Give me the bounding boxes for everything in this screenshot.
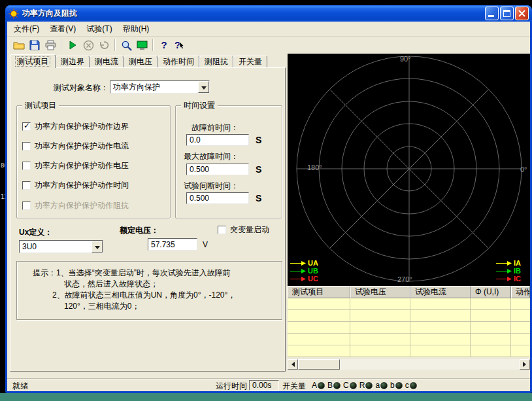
open-button[interactable]	[11, 38, 27, 52]
tab-current[interactable]: 测电流	[90, 56, 124, 67]
checkbox-label: 功率方向保护保护动作阻抗	[35, 200, 129, 211]
results-table-body	[288, 298, 530, 357]
switch-letter: A	[312, 381, 317, 390]
stop-test-button[interactable]	[80, 38, 96, 52]
print-button[interactable]	[42, 38, 58, 52]
run-test-button[interactable]	[65, 38, 80, 52]
column-header-test-current[interactable]: 试验电流	[410, 286, 471, 298]
test-object-value: 功率方向保护	[110, 81, 198, 93]
undo-button[interactable]	[96, 38, 112, 52]
scrollbar-track[interactable]	[298, 359, 520, 370]
tab-boundary[interactable]: 测边界	[56, 56, 90, 67]
checkbox-action-impedance	[22, 201, 31, 210]
table-column	[410, 298, 471, 357]
checkbox-action-boundary[interactable]: ✓	[22, 122, 31, 131]
maximize-button[interactable]	[500, 7, 514, 20]
max-fault-time-input[interactable]	[186, 164, 249, 175]
vector-label: IB	[514, 267, 521, 275]
hint-line: 2、故障前状态三相电压值为UN，角度为0°，-120°，	[17, 290, 282, 301]
hint-line: 120°，三相电流为0；	[17, 301, 282, 312]
tab-voltage[interactable]: 测电压	[124, 56, 158, 67]
column-header-action[interactable]: 动作量	[511, 286, 530, 298]
time-settings-group: 时间设置 故障前时间： S 最大故障时间： S 试验间断时间： S	[175, 105, 282, 218]
test-interval-input[interactable]	[186, 192, 249, 204]
horizontal-scrollbar[interactable]	[288, 359, 530, 370]
tab-label: 动作时间	[163, 57, 194, 66]
main-content: 测试项目 测边界 测电流 测电压 动作时间 测阻抗 开关量 测试对象名称： 功率…	[7, 54, 530, 378]
scroll-right-button[interactable]	[520, 359, 530, 370]
column-header-test-voltage[interactable]: 试验电压	[350, 286, 410, 298]
close-button[interactable]	[515, 7, 529, 20]
tab-test-items[interactable]: 测试项目	[10, 54, 56, 68]
tab-impedance[interactable]: 测阻抗	[199, 56, 233, 67]
runtime-value: 0.00s	[249, 380, 279, 391]
minimize-button[interactable]	[485, 7, 499, 20]
column-header-phi[interactable]: Φ (U,I)	[471, 286, 511, 298]
switch-letter: b	[390, 381, 395, 390]
stop-icon	[83, 40, 94, 51]
test-interval-label: 试验间断时间：	[176, 181, 239, 192]
checkbox-row: 功率方向保护保护动作阻抗	[22, 201, 129, 211]
vector-ia: IA	[496, 259, 521, 267]
vector-label: IC	[514, 275, 521, 283]
checkbox-row: 功率方向保护保护动作电压	[22, 161, 129, 171]
monitor-icon	[137, 41, 148, 50]
menu-help[interactable]: 帮助(H)	[118, 22, 155, 37]
led-icon	[365, 382, 373, 389]
data-display-button[interactable]	[134, 38, 150, 52]
zoom-button[interactable]	[118, 38, 134, 52]
sudden-change-checkbox[interactable]	[218, 226, 226, 234]
scroll-left-button[interactable]	[288, 359, 298, 370]
tab-label: 测试项目	[16, 57, 50, 66]
test-object-label: 测试对象名称：	[54, 82, 108, 94]
folder-open-icon	[13, 40, 25, 50]
chevron-down-icon	[95, 246, 100, 252]
test-object-select[interactable]: 功率方向保护	[110, 80, 210, 94]
voltage-vector-legend: UA UB UC	[290, 259, 318, 283]
left-arrow-icon	[289, 362, 295, 367]
desktop-strip	[0, 393, 532, 401]
runtime-label: 运行时间	[216, 381, 247, 392]
checkbox-action-voltage[interactable]	[22, 162, 31, 170]
status-bar: 就绪 运行时间 0.00s 开关量 A B C R a b c	[7, 378, 530, 391]
ux-definition-select[interactable]: 3U0	[19, 240, 103, 253]
context-help-button[interactable]: ?	[172, 38, 188, 52]
dropdown-button[interactable]	[198, 81, 209, 93]
tab-switch-quantity[interactable]: 开关量	[233, 56, 267, 67]
scrollbar-thumb[interactable]	[298, 359, 340, 370]
tab-label: 测边界	[61, 57, 84, 66]
vector-label: UC	[308, 275, 318, 283]
menu-view[interactable]: 查看(V)	[44, 22, 81, 37]
toolbar: ? ?	[7, 36, 530, 54]
help-button[interactable]: ?	[156, 38, 172, 52]
results-table-header: 测试项目 试验电压 试验电流 Φ (U,I) 动作量	[288, 286, 530, 298]
menu-test[interactable]: 试验(T)	[81, 22, 117, 37]
checkbox-action-current[interactable]	[22, 142, 31, 150]
check-icon: ✓	[24, 121, 30, 130]
switch-indicator-R: R	[359, 381, 373, 390]
prefault-time-input[interactable]	[186, 134, 249, 146]
rated-voltage-input[interactable]	[148, 238, 197, 251]
hint-line: 提示：1、当选择“突变量启动”时，每次试验先进入故障前	[17, 268, 282, 279]
title-bar[interactable]: 功率方向及阻抗	[5, 5, 532, 22]
save-button[interactable]	[27, 38, 42, 52]
switch-indicator-a: a	[375, 381, 388, 390]
table-column	[511, 298, 530, 357]
table-column	[350, 298, 410, 357]
magnifier-icon	[121, 40, 132, 51]
group-title: 测试项目	[22, 101, 59, 110]
menu-file[interactable]: 文件(F)	[8, 22, 44, 37]
prefault-time-label: 故障前时间：	[176, 122, 239, 133]
app-window: 功率方向及阻抗 文件(F) 查看(V) 试验(T) 帮助(H)	[5, 5, 532, 393]
tab-strip: 测试项目 测边界 测电流 测电压 动作时间 测阻抗 开关量	[10, 54, 267, 67]
seconds-unit: S	[256, 135, 261, 145]
ux-definition-label: Ux定义：	[19, 227, 52, 238]
switch-letter: a	[375, 381, 380, 390]
toolbar-separator	[61, 39, 62, 51]
vector-ua: UA	[290, 259, 318, 267]
column-header-test-item[interactable]: 测试项目	[288, 286, 350, 298]
dropdown-button[interactable]	[91, 241, 103, 253]
checkbox-action-time[interactable]	[22, 181, 31, 190]
tab-label: 开关量	[239, 57, 262, 66]
tab-action-time[interactable]: 动作时间	[158, 56, 199, 67]
